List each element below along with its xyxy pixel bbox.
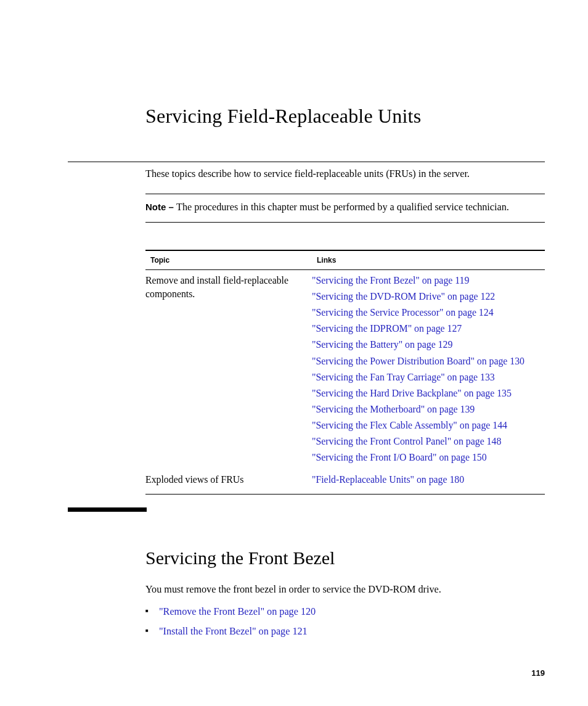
note-text: The procedures in this chapter must be p…: [176, 202, 509, 213]
table-row: Exploded views of FRUs "Field-Replaceabl…: [145, 469, 545, 495]
section-intro: You must remove the front bezel in order…: [145, 582, 545, 597]
cross-ref-link[interactable]: "Servicing the Fan Tray Carriage" on pag…: [312, 371, 540, 384]
topic-links-table: Topic Links Remove and install field-rep…: [145, 250, 545, 495]
cross-ref-link[interactable]: "Servicing the Motherboard" on page 139: [312, 403, 540, 416]
cross-ref-link[interactable]: "Servicing the Front Bezel" on page 119: [312, 274, 540, 287]
table-header-topic: Topic: [145, 250, 312, 270]
intro-paragraph: These topics describe how to service fie…: [145, 167, 545, 181]
table-header-links: Links: [312, 250, 545, 270]
section-marker-icon: [68, 507, 147, 512]
section-body: You must remove the front bezel in order…: [145, 582, 545, 639]
cross-ref-link[interactable]: "Servicing the Service Processor" on pag…: [312, 306, 540, 319]
page: Servicing Field-Replaceable Units These …: [0, 0, 588, 706]
cross-ref-link[interactable]: "Servicing the IDPROM" on page 127: [312, 322, 540, 335]
chapter-rule: [68, 162, 545, 162]
page-number: 119: [531, 668, 545, 678]
list-item: "Install the Front Bezel" on page 121: [145, 624, 545, 639]
cross-ref-link[interactable]: "Servicing the Power Distribution Board"…: [312, 355, 540, 368]
cross-ref-link[interactable]: "Servicing the Front Control Panel" on p…: [312, 435, 540, 448]
section-title: Servicing the Front Bezel: [145, 548, 545, 568]
cross-ref-link[interactable]: "Install the Front Bezel" on page 121: [159, 626, 308, 637]
links-cell: "Servicing the Front Bezel" on page 119 …: [312, 270, 545, 470]
note-label: Note –: [145, 202, 176, 212]
cross-ref-link[interactable]: "Servicing the Hard Drive Backplane" on …: [312, 387, 540, 400]
list-item: "Remove the Front Bezel" on page 120: [145, 604, 545, 620]
section-bullet-list: "Remove the Front Bezel" on page 120 "In…: [145, 604, 545, 639]
table-row: Remove and install field-replaceable com…: [145, 270, 545, 470]
links-cell: "Field-Replaceable Units" on page 180: [312, 469, 545, 495]
cross-ref-link[interactable]: "Field-Replaceable Units" on page 180: [312, 473, 540, 486]
cross-ref-link[interactable]: "Servicing the Flex Cable Assembly" on p…: [312, 419, 540, 432]
cross-ref-link[interactable]: "Servicing the DVD-ROM Drive" on page 12…: [312, 290, 540, 303]
chapter-title: Servicing Field-Replaceable Units: [145, 105, 545, 128]
cross-ref-link[interactable]: "Remove the Front Bezel" on page 120: [159, 606, 316, 617]
note-box: Note – The procedures in this chapter mu…: [145, 194, 545, 223]
cross-ref-link[interactable]: "Servicing the Front I/O Board" on page …: [312, 451, 540, 464]
topic-cell: Exploded views of FRUs: [145, 469, 312, 495]
topic-cell: Remove and install field-replaceable com…: [145, 270, 312, 470]
cross-ref-link[interactable]: "Servicing the Battery" on page 129: [312, 338, 540, 351]
